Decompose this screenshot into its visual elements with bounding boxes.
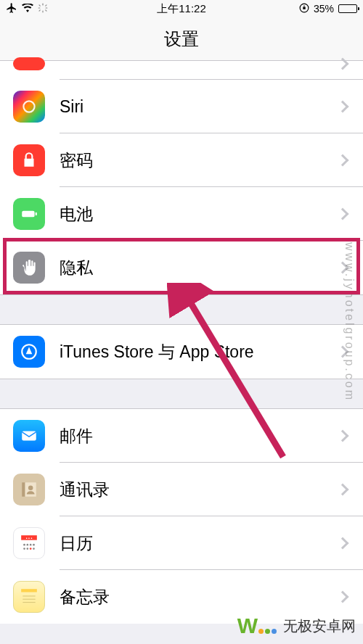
svg-rect-27 xyxy=(21,589,37,592)
group-separator xyxy=(0,294,363,325)
svg-rect-3 xyxy=(46,7,48,8)
watermark: www.jyhotelgroup.com xyxy=(343,242,356,402)
svg-rect-7 xyxy=(45,4,47,7)
svg-rect-10 xyxy=(22,211,34,218)
row-contacts[interactable]: 通讯录 xyxy=(0,463,363,516)
chevron-right-icon xyxy=(337,101,349,113)
row-label: 通讯录 xyxy=(60,479,338,501)
svg-rect-1 xyxy=(42,10,43,12)
svg-rect-5 xyxy=(45,9,47,12)
chevron-right-icon xyxy=(337,537,349,550)
status-left xyxy=(6,2,48,16)
notes-icon xyxy=(13,581,45,613)
row-mail[interactable]: 邮件 xyxy=(0,409,363,463)
svg-point-21 xyxy=(30,544,32,546)
unknown-icon xyxy=(13,57,45,70)
svg-point-20 xyxy=(27,544,29,546)
group-separator xyxy=(0,379,363,409)
lock-icon xyxy=(13,144,45,176)
svg-point-23 xyxy=(23,548,25,550)
logo-text: 无极安卓网 xyxy=(283,616,356,636)
orientation-lock-icon xyxy=(299,3,309,15)
row-passcode[interactable]: 密码 xyxy=(0,133,363,187)
status-right: 35% xyxy=(299,3,357,15)
svg-rect-0 xyxy=(42,3,43,5)
settings-list: Siri 密码 电池 隐私 iTunes Store 与 App Stor xyxy=(0,61,363,624)
svg-text:• • •: • • • xyxy=(26,536,33,540)
svg-point-22 xyxy=(33,544,35,546)
hand-icon xyxy=(13,252,45,284)
row-itunes-appstore[interactable]: iTunes Store 与 App Store xyxy=(0,325,363,379)
contacts-icon xyxy=(13,474,45,505)
page-title: 设置 xyxy=(164,28,199,51)
row-cutoff-top[interactable] xyxy=(0,61,363,80)
airplane-mode-icon xyxy=(6,2,17,16)
battery-percent: 35% xyxy=(314,3,334,15)
battery-icon xyxy=(13,198,45,230)
svg-rect-6 xyxy=(38,9,41,12)
svg-point-25 xyxy=(30,548,32,550)
row-label: 电池 xyxy=(60,203,338,226)
row-label: 邮件 xyxy=(60,425,338,447)
row-label: Siri xyxy=(60,97,338,117)
row-battery[interactable]: 电池 xyxy=(0,187,363,241)
mail-icon xyxy=(13,420,45,452)
status-time: 上午11:22 xyxy=(157,2,206,16)
svg-rect-14 xyxy=(22,482,25,497)
logo-mark-icon: W xyxy=(237,614,277,638)
svg-rect-2 xyxy=(38,7,41,8)
nav-bar: 设置 xyxy=(0,17,363,61)
battery-icon xyxy=(338,4,357,13)
row-label: 隐私 xyxy=(60,257,338,279)
site-logo: W 无极安卓网 xyxy=(237,614,356,638)
svg-rect-11 xyxy=(36,212,37,215)
svg-point-19 xyxy=(23,544,25,546)
row-calendar[interactable]: • • • 日历 xyxy=(0,516,363,570)
row-label: iTunes Store 与 App Store xyxy=(60,341,338,363)
chevron-right-icon xyxy=(337,591,349,603)
svg-point-24 xyxy=(27,548,29,550)
appstore-icon xyxy=(13,336,45,368)
chevron-right-icon xyxy=(337,154,349,167)
row-label: 备忘录 xyxy=(60,586,338,608)
chevron-right-icon xyxy=(337,484,349,496)
wifi-icon xyxy=(22,3,33,15)
svg-point-26 xyxy=(33,548,35,550)
row-label: 密码 xyxy=(60,149,338,172)
siri-icon xyxy=(13,91,45,123)
row-siri[interactable]: Siri xyxy=(0,80,363,133)
chevron-right-icon xyxy=(337,430,349,442)
calendar-icon: • • • xyxy=(13,527,45,559)
svg-point-16 xyxy=(28,486,33,491)
chevron-right-icon xyxy=(337,208,349,220)
svg-rect-4 xyxy=(38,4,41,7)
loading-icon xyxy=(38,3,48,15)
svg-point-9 xyxy=(23,101,34,112)
status-bar: 上午11:22 35% xyxy=(0,0,363,17)
svg-rect-13 xyxy=(22,432,36,441)
row-privacy[interactable]: 隐私 xyxy=(0,241,363,294)
row-label: 日历 xyxy=(60,532,338,555)
